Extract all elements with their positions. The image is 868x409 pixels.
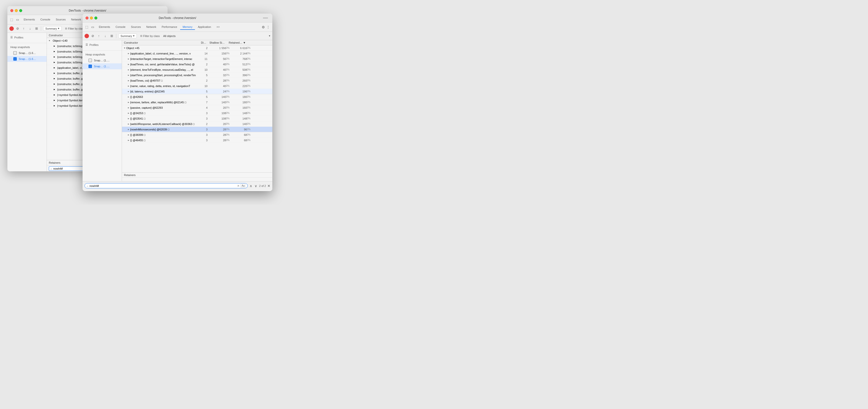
row-starttime[interactable]: ▸ {startTime, processingStart, processin…: [122, 72, 272, 78]
cursor-icon-front[interactable]: ⬚: [85, 25, 89, 29]
sidebar-snap2-front[interactable]: ⬚ Snap… (1….: [83, 63, 122, 69]
maximize-button-back[interactable]: [19, 9, 22, 12]
tab-memory-front[interactable]: Memory: [180, 24, 195, 30]
window-controls-front: [261, 18, 269, 18]
row-id-latency[interactable]: ▸ {id, latency, entries} @62345 5 24 0% …: [122, 89, 272, 94]
row-webuiresponse[interactable]: ▸ {webUIResponse, webUIListenerCallback}…: [122, 121, 272, 127]
traffic-lights-back[interactable]: [10, 9, 22, 12]
tab-network-front[interactable]: Network: [144, 24, 159, 30]
sidebar-back: ☰ Profiles Heap snapshots ⬚ Snap… (1.6… …: [7, 33, 47, 171]
search-next-button[interactable]: ∨: [254, 183, 257, 188]
minimize-button-front[interactable]: [90, 17, 93, 20]
heap-snapshots-label-front: Heap snapshots: [83, 52, 122, 57]
download-icon-front[interactable]: ↓: [103, 33, 108, 38]
tab-elements-front[interactable]: Elements: [96, 24, 113, 30]
sidebar-section-back: ☰ Profiles: [7, 33, 46, 42]
constructor-header-front: Constructor Di… Shallow Si… Retained… ▼: [122, 40, 272, 46]
snap2-icon-back: ⬚: [13, 57, 17, 61]
grid-icon-front[interactable]: ⊞: [109, 33, 114, 38]
minimize-button-back[interactable]: [15, 9, 18, 12]
row-element[interactable]: ▸ {element, timeToFirstByte, resourceLoa…: [122, 67, 272, 72]
traffic-lights-front[interactable]: [86, 17, 97, 20]
content-front: ☰ Profiles Heap snapshots ⬚ Snap… (1…. ⬚…: [83, 40, 272, 181]
all-objects-label-front: All objects: [163, 34, 176, 37]
row-34253[interactable]: ▸ {} @34253 □ 3 108 0% 148 0%: [122, 111, 272, 116]
row-38399[interactable]: ▸ {} @38399 □ 3 28 0% 68 0%: [122, 132, 272, 138]
search-input-back[interactable]: [53, 167, 83, 170]
sort-dropdown-front[interactable]: ▾: [269, 34, 270, 37]
snap1-icon-back: ⬚: [13, 51, 17, 55]
row-passive-capture[interactable]: ▸ {passive, capture} @62293 4 20 0% 160 …: [122, 105, 272, 111]
upload-icon-back[interactable]: ↑: [21, 26, 26, 31]
profiles-icon-back: ☰: [10, 36, 13, 39]
upload-icon-front[interactable]: ↑: [96, 33, 101, 38]
close-button-front[interactable]: [86, 17, 89, 20]
row-interaction-target[interactable]: ▸ {interactionTarget, interactionTargetE…: [122, 56, 272, 62]
snap2-icon-front: ⬚: [89, 65, 92, 68]
clear-icon-front[interactable]: ⊘: [90, 34, 95, 38]
window-title-back: DevTools - chrome://version/: [69, 9, 106, 12]
tab-sources-front[interactable]: Sources: [128, 24, 143, 30]
sidebar-divider-front: [83, 50, 122, 51]
tab-elements-back[interactable]: Elements: [21, 17, 37, 23]
close-button-back[interactable]: [10, 9, 13, 12]
tab-sources-back[interactable]: Sources: [53, 17, 68, 23]
sidebar-front: ☰ Profiles Heap snapshots ⬚ Snap… (1…. ⬚…: [83, 40, 122, 181]
regex-button[interactable]: Aa: [241, 184, 245, 187]
tab-network-back[interactable]: Network: [69, 17, 84, 23]
search-count: 2 of 2: [259, 184, 266, 187]
grid-icon-back[interactable]: ⊞: [34, 26, 39, 31]
row-remove-before[interactable]: ▸ {remove, before, after, replaceWith} @…: [122, 99, 272, 105]
sidebar-snap1-back[interactable]: ⬚ Snap… (1.6…: [7, 50, 46, 56]
record-button-back[interactable]: [9, 26, 14, 31]
search-prev-button[interactable]: ∧: [249, 183, 253, 188]
sidebar-profiles-header-back[interactable]: ☰ Profiles: [7, 35, 46, 40]
settings-icon-front[interactable]: ⚙: [261, 25, 266, 29]
table-body-front: ▾ Object ×45 2 1 556 0% 6 616 0% ▸ {appl…: [122, 46, 272, 172]
maximize-button-front[interactable]: [94, 17, 97, 20]
tab-console-front[interactable]: Console: [113, 24, 128, 30]
device-icon-back[interactable]: ▭: [15, 18, 20, 22]
sidebar-profiles-header-front[interactable]: ☰ Profiles: [83, 42, 122, 47]
heap-snapshots-label-back: Heap snapshots: [7, 44, 46, 50]
main-panel-front: Constructor Di… Shallow Si… Retained… ▼ …: [122, 40, 272, 181]
snap1-icon-front: ⬚: [89, 59, 92, 62]
search-close-button[interactable]: ✕: [268, 184, 270, 188]
expand-object-front[interactable]: ▾: [124, 47, 125, 49]
row-name-value[interactable]: ▸ {name, value, rating, delta, entries, …: [122, 83, 272, 89]
window-front: DevTools - chrome://version/ ⬚ ▭ Element…: [83, 13, 272, 191]
download-icon-back[interactable]: ↓: [28, 26, 33, 31]
row-loadtimes-csi[interactable]: ▸ {loadTimes, csi} @49707 □ 2 28 0% 260 …: [122, 78, 272, 83]
tab-more-front[interactable]: >>: [214, 24, 222, 30]
search-icon-bottom: ⌕: [87, 184, 89, 187]
toolbar-icons-front: ⬚ ▭: [85, 25, 95, 29]
search-container-back: ⌕: [49, 167, 85, 171]
device-icon-front[interactable]: ▭: [90, 25, 95, 29]
clear-icon-back[interactable]: ⊘: [15, 26, 20, 31]
search-input-bottom[interactable]: [89, 184, 236, 187]
row-42663[interactable]: ▸ {} @42663 5 140 0% 180 0%: [122, 94, 272, 99]
tab-performance-front[interactable]: Performance: [159, 24, 180, 30]
row-loadtimes[interactable]: ▸ {loadTimes, csi, send, getVariableValu…: [122, 62, 272, 67]
sidebar-snap2-back[interactable]: ⬚ Snap… (1.6…: [7, 56, 46, 62]
tab-console-back[interactable]: Console: [38, 17, 53, 23]
search-clear-button[interactable]: ✕: [237, 184, 240, 187]
summary-dropdown-front[interactable]: Summary ▾: [118, 33, 137, 38]
window-title-front: DevTools - chrome://version/: [159, 16, 196, 20]
minimize-bar-front: [263, 18, 268, 18]
row-app-label[interactable]: ▸ {application_label, cl, command_line, …: [122, 51, 272, 56]
filter-button-front[interactable]: ⊟ Filter by class: [138, 34, 162, 38]
row-object-front[interactable]: ▾ Object ×45 2 1 556 0% 6 616 0%: [122, 46, 272, 51]
tab-application-front[interactable]: Application: [195, 24, 214, 30]
row-46455[interactable]: ▸ {} @46455 □ 3 28 0% 68 0%: [122, 138, 272, 143]
summary-dropdown-back[interactable]: Summary ▾: [43, 26, 62, 31]
row-53541[interactable]: ▸ {} @53541 □ 3 108 0% 148 0%: [122, 116, 272, 121]
record-button-front[interactable]: [85, 34, 89, 38]
row-nowinmicroseconds[interactable]: ▸ {nowInMicroseconds} @62039 □ 3 28 0% 9…: [122, 127, 272, 132]
toolbar2-front: ⊘ ↑ ↓ ⊞ Summary ▾ ⊟ Filter by class All …: [83, 32, 272, 40]
search-container-bottom: ⌕ ✕ Aa: [85, 183, 248, 188]
sidebar-snap1-front[interactable]: ⬚ Snap… (1….: [83, 57, 122, 63]
expand-object-back[interactable]: ▾: [49, 39, 52, 42]
cursor-icon-back[interactable]: ⬚: [9, 18, 14, 22]
more-icon-front[interactable]: ⋮: [266, 25, 270, 29]
